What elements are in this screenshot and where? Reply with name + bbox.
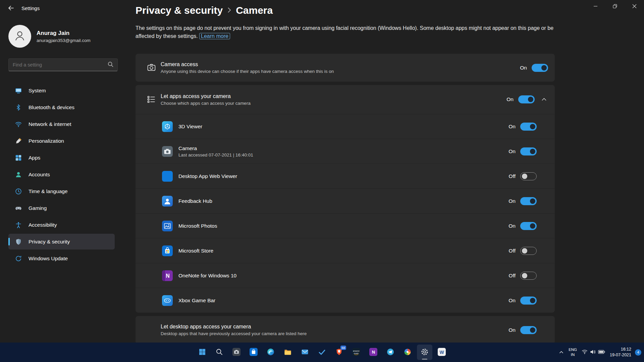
amazon-music-app-button[interactable]: amazonmusic [348, 345, 364, 360]
search-input[interactable] [13, 62, 108, 67]
app-toggle-3d-viewer[interactable] [520, 123, 537, 131]
brave-app-button[interactable]: 68 [331, 345, 347, 360]
photos-pinwheel-icon [404, 348, 412, 357]
word-app-button[interactable]: W [434, 345, 449, 360]
app-toggle-onenote[interactable] [520, 272, 537, 280]
sidebar-item-privacy-security[interactable]: Privacy & security [8, 234, 115, 250]
xbox-game-bar-icon [162, 295, 173, 306]
edge-app-button[interactable] [263, 345, 278, 360]
tray-overflow-button[interactable] [557, 348, 566, 357]
chevron-right-icon [227, 5, 231, 16]
close-button[interactable] [625, 0, 644, 13]
update-icon [14, 255, 22, 263]
sidebar-item-label: Personalization [29, 138, 64, 144]
sidebar-item-system[interactable]: System [8, 83, 115, 98]
todo-app-button[interactable] [314, 345, 330, 360]
main-content: Privacy & security Camera The settings o… [136, 0, 555, 343]
breadcrumb-parent[interactable]: Privacy & security [136, 5, 223, 16]
window-controls [586, 0, 644, 13]
sidebar-item-gaming[interactable]: Gaming [8, 200, 115, 216]
sidebar-item-accounts[interactable]: Accounts [8, 167, 115, 182]
minimize-button[interactable] [586, 0, 605, 13]
app-row-microsoft-store: Microsoft Store Off [136, 238, 555, 263]
language-indicator[interactable]: ENGIN [567, 345, 579, 359]
taskbar-search-button[interactable] [212, 345, 227, 360]
profile-name: Anurag Jain [37, 30, 91, 37]
app-name: 3D Viewer [178, 124, 508, 130]
camera-access-toggle[interactable] [532, 64, 548, 72]
microsoft-photos-icon [162, 221, 173, 231]
sidebar-item-time-language[interactable]: Time & language [8, 183, 115, 199]
user-profile[interactable]: Anurag Jain anuragjain353@gmail.com [8, 25, 115, 48]
sidebar-item-label: Network & internet [29, 121, 71, 127]
app-state: Off [509, 173, 516, 179]
microsoft-store-button[interactable] [246, 345, 261, 360]
page-description: The settings on this page do not prevent… [136, 24, 555, 40]
settings-app-button[interactable] [417, 345, 432, 360]
app-name: Microsoft Photos [178, 223, 508, 229]
file-explorer-button[interactable] [280, 345, 296, 360]
store-icon [250, 348, 258, 357]
camera-app-button[interactable] [229, 345, 244, 360]
clock[interactable]: 16:12 19-07-2021 [608, 345, 633, 360]
app-toggle-xbox-game-bar[interactable] [520, 297, 537, 305]
learn-more-link[interactable]: Learn more [199, 33, 230, 39]
sidebar-item-windows-update[interactable]: Windows Update [8, 251, 115, 266]
start-button[interactable] [195, 345, 210, 360]
let-apps-header: Let apps access your camera Choose which… [136, 85, 555, 114]
app-name: Feedback Hub [178, 198, 508, 204]
app-toggle-desktop-app-web-viewer[interactable] [520, 172, 537, 180]
app-toggle-camera[interactable] [520, 147, 537, 155]
system-tray: ENGIN 16:12 19-07-2021 4 [557, 343, 641, 362]
mail-app-button[interactable] [297, 345, 313, 360]
person-icon [13, 29, 26, 43]
profile-email: anuragjain353@gmail.com [37, 38, 91, 43]
tray-status-area[interactable] [580, 347, 607, 358]
sidebar-item-label: System [29, 88, 46, 94]
svg-text:amazon: amazon [353, 350, 360, 352]
app-row-microsoft-photos: Microsoft Photos On [136, 213, 555, 238]
let-apps-toggle[interactable] [518, 95, 535, 103]
taskbar: 68 amazonmusic N W ENGIN [0, 343, 644, 362]
sidebar-item-bluetooth[interactable]: Bluetooth & devices [8, 99, 115, 115]
sidebar-item-accessibility[interactable]: Accessibility [8, 217, 115, 233]
collapse-button[interactable] [539, 95, 549, 104]
photos-app-button[interactable] [400, 345, 415, 360]
app-toggle-microsoft-store[interactable] [520, 247, 537, 255]
word-icon: W [438, 348, 446, 357]
restore-button[interactable] [605, 0, 625, 13]
onenote-app-button[interactable]: N [366, 345, 381, 360]
desktop-apps-toggle[interactable] [520, 326, 537, 334]
mail-icon [301, 348, 309, 357]
apps-grid-icon [14, 154, 22, 162]
search-icon [216, 348, 223, 357]
app-row-xbox-game-bar: Xbox Game Bar On [136, 288, 555, 313]
brush-icon [14, 137, 22, 145]
accessibility-icon [14, 221, 22, 229]
telegram-icon [386, 348, 394, 357]
app-name: Xbox Game Bar [178, 298, 508, 304]
notification-count-badge[interactable]: 4 [635, 349, 641, 356]
bluetooth-icon [14, 103, 22, 111]
app-state: On [508, 298, 516, 304]
svg-text:N: N [166, 273, 170, 279]
sidebar-item-network[interactable]: Network & internet [8, 116, 115, 132]
sidebar-item-apps[interactable]: Apps [8, 150, 115, 166]
app-row-desktop-app-web-viewer: Desktop App Web Viewer Off [136, 164, 555, 188]
sidebar-nav: System Bluetooth & devices Network & int… [8, 83, 115, 266]
back-button[interactable] [4, 3, 17, 14]
3d-viewer-icon [162, 121, 173, 132]
app-state: On [508, 148, 516, 154]
app-row-camera: Camera Last accessed 07-07-2021 | 16:40:… [136, 139, 555, 164]
avatar [8, 25, 31, 48]
camera-access-text: Camera access Anyone using this device c… [161, 61, 520, 74]
sidebar-item-personalization[interactable]: Personalization [8, 133, 115, 149]
minimize-icon [593, 4, 598, 9]
telegram-app-button[interactable] [383, 345, 398, 360]
sidebar-item-label: Apps [29, 155, 40, 161]
app-toggle-microsoft-photos[interactable] [520, 222, 537, 230]
app-toggle-feedback-hub[interactable] [520, 197, 537, 205]
app-name: Desktop App Web Viewer [178, 173, 509, 179]
app-state: On [508, 198, 516, 204]
sidebar-item-label: Time & language [29, 188, 68, 194]
